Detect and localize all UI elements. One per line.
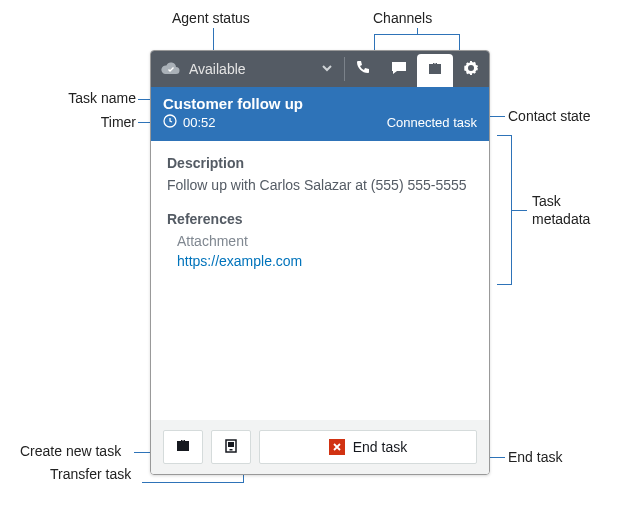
- transfer-task-button[interactable]: [211, 430, 251, 464]
- task-name: Customer follow up: [163, 95, 477, 112]
- transfer-icon: [223, 438, 239, 457]
- annotation-create-new: Create new task: [20, 443, 121, 459]
- phone-icon: [355, 60, 371, 79]
- agent-status-label: Available: [189, 61, 312, 77]
- clock-icon: [163, 114, 177, 131]
- task-body: Description Follow up with Carlos Salaza…: [151, 141, 489, 420]
- end-task-label: End task: [353, 439, 407, 455]
- create-task-button[interactable]: [163, 430, 203, 464]
- annotation-agent-status: Agent status: [172, 10, 250, 26]
- annotation-task-metadata-1: Task: [532, 193, 561, 209]
- briefcase-icon: [175, 438, 191, 457]
- svg-rect-2: [228, 442, 234, 447]
- description-text: Follow up with Carlos Salazar at (555) 5…: [167, 177, 473, 193]
- contact-control-panel: Available Customer follo: [150, 50, 490, 475]
- chevron-down-icon: [320, 61, 334, 78]
- annotation-transfer-task: Transfer task: [50, 466, 131, 482]
- references-heading: References: [167, 211, 473, 227]
- end-task-button[interactable]: End task: [259, 430, 477, 464]
- description-heading: Description: [167, 155, 473, 171]
- svg-rect-3: [230, 449, 233, 451]
- annotation-task-name: Task name: [66, 90, 136, 106]
- annotation-channels: Channels: [373, 10, 432, 26]
- timer-value: 00:52: [183, 115, 216, 130]
- briefcase-icon: [427, 61, 443, 80]
- annotation-task-metadata-2: metadata: [532, 211, 590, 227]
- reference-link[interactable]: https://example.com: [177, 253, 473, 269]
- task-header: Customer follow up 00:52 Connected task: [151, 87, 489, 141]
- settings-button[interactable]: [453, 51, 489, 87]
- chat-icon: [391, 60, 407, 79]
- reference-label: Attachment: [177, 233, 473, 249]
- channel-task[interactable]: [417, 54, 453, 87]
- cloud-icon: [161, 62, 181, 76]
- channel-chat[interactable]: [381, 51, 417, 87]
- task-timer: 00:52: [163, 114, 216, 131]
- channel-voice[interactable]: [345, 51, 381, 87]
- annotation-contact-state: Contact state: [508, 108, 591, 124]
- annotation-timer: Timer: [92, 114, 136, 130]
- footer: End task: [151, 420, 489, 474]
- agent-status-dropdown[interactable]: Available: [151, 51, 344, 87]
- contact-state: Connected task: [387, 115, 477, 130]
- gear-icon: [463, 60, 479, 79]
- topbar: Available: [151, 51, 489, 87]
- annotation-end-task: End task: [508, 449, 562, 465]
- close-icon: [329, 439, 345, 455]
